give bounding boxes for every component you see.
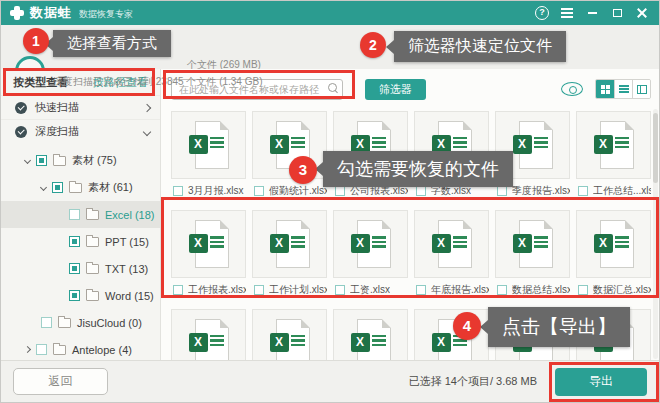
tree-checkbox[interactable]	[69, 290, 80, 301]
spreadsheet-lines-icon	[615, 137, 629, 149]
minimize-icon[interactable]	[583, 5, 601, 21]
file-checkbox[interactable]	[335, 285, 345, 295]
tree-checkbox[interactable]	[69, 209, 80, 220]
file-card[interactable]: X	[171, 210, 246, 278]
file-checkbox[interactable]	[416, 186, 426, 196]
file-name: 3月月报.xlsx	[188, 184, 244, 198]
tree-checkbox[interactable]	[69, 236, 80, 247]
file-checkbox[interactable]	[173, 285, 183, 295]
tree-item[interactable]: TXT (13)	[1, 255, 160, 282]
file-label-row: 数据汇总.xlsx	[576, 283, 651, 297]
tree-item[interactable]: Antelope (4)	[1, 336, 160, 360]
tree-checkbox[interactable]	[36, 155, 47, 166]
file-checkbox[interactable]	[497, 186, 507, 196]
tree-item-label: 素材 (61)	[88, 180, 133, 195]
tooltip-step-4: 点击【导出】	[488, 307, 630, 347]
file-card[interactable]: X	[252, 210, 327, 278]
export-button[interactable]: 导出	[555, 368, 647, 396]
tree-item[interactable]: Excel (18)	[1, 201, 160, 228]
excel-badge: X	[594, 135, 613, 154]
file-checkbox[interactable]	[254, 285, 264, 295]
file-checkbox[interactable]	[416, 285, 426, 295]
tree-item-label: Antelope (4)	[72, 344, 132, 356]
file-checkbox[interactable]	[173, 186, 183, 196]
quick-scan-section[interactable]: 快速扫描	[1, 95, 160, 119]
menu-icon[interactable]	[558, 5, 576, 21]
file-card[interactable]: X	[252, 309, 327, 360]
app-window: 数据蛙 数据恢复专家 ? 个文件 (269 MB) 深度扫描已完成已找到 238…	[0, 0, 660, 403]
file-checkbox[interactable]	[335, 186, 345, 196]
spreadsheet-lines-icon	[534, 236, 548, 248]
help-icon[interactable]: ?	[533, 5, 551, 21]
file-name: 数据汇总.xlsx	[593, 283, 651, 297]
list-view-button[interactable]	[614, 80, 632, 98]
file-cell: X	[171, 309, 246, 360]
tree-checkbox[interactable]	[52, 182, 63, 193]
file-card[interactable]: X	[171, 309, 246, 360]
tree-item[interactable]: 素材 (61)	[1, 174, 160, 201]
tree-item-label: Word (15)	[105, 290, 154, 302]
scrollbar[interactable]	[653, 109, 658, 359]
file-checkbox[interactable]	[497, 285, 507, 295]
maximize-icon[interactable]	[608, 5, 626, 21]
file-name: 年底报告.xlsx	[431, 283, 489, 297]
file-cell: X	[333, 309, 408, 360]
scan-done-icon	[15, 126, 27, 138]
excel-file-icon: X	[189, 319, 229, 360]
excel-file-icon: X	[351, 220, 391, 268]
list-icon	[619, 85, 629, 93]
spreadsheet-lines-icon	[210, 335, 224, 347]
file-card[interactable]: X	[333, 309, 408, 360]
excel-file-icon: X	[270, 319, 310, 360]
spreadsheet-lines-icon	[615, 236, 629, 248]
folder-icon	[53, 156, 66, 166]
preview-eye-icon[interactable]	[561, 82, 583, 96]
folder-icon	[86, 264, 99, 274]
file-label-row: 年底报告.xlsx	[414, 283, 489, 297]
excel-file-icon: X	[351, 319, 391, 360]
spreadsheet-lines-icon	[534, 137, 548, 149]
excel-file-icon: X	[513, 121, 553, 169]
back-button[interactable]: 返回	[13, 368, 108, 395]
spreadsheet-lines-icon	[291, 137, 305, 149]
tree-chevron-icon	[24, 346, 31, 353]
excel-badge: X	[594, 234, 613, 253]
file-label-row: 3月月报.xlsx	[171, 184, 246, 198]
step-2-badge: 2	[360, 32, 386, 58]
column-view-button[interactable]	[632, 80, 650, 98]
excel-badge: X	[189, 135, 208, 154]
tree-checkbox[interactable]	[69, 263, 80, 274]
excel-file-icon: X	[432, 220, 472, 268]
tree-item[interactable]: PPT (15)	[1, 228, 160, 255]
tree-item[interactable]: 素材 (75)	[1, 147, 160, 174]
file-card[interactable]: X	[414, 210, 489, 278]
file-card[interactable]: X	[171, 111, 246, 179]
file-checkbox[interactable]	[578, 186, 588, 196]
tree-checkbox[interactable]	[36, 344, 47, 355]
file-cell: X 3月月报.xlsx	[171, 111, 246, 198]
folder-icon	[86, 291, 99, 301]
file-name: 工作计划.xlsx	[269, 283, 327, 297]
chevron-down-icon	[143, 127, 151, 135]
file-card[interactable]: X	[495, 210, 570, 278]
file-label-row: 数据总结.xlsx	[495, 283, 570, 297]
filter-button[interactable]: 筛选器	[365, 79, 426, 100]
deep-scan-section[interactable]: 深度扫描	[1, 119, 160, 143]
folder-icon	[86, 210, 99, 220]
file-card[interactable]: X	[576, 111, 651, 179]
file-checkbox[interactable]	[254, 186, 264, 196]
grid-view-button[interactable]	[596, 80, 614, 98]
file-card[interactable]: X	[333, 210, 408, 278]
file-checkbox[interactable]	[578, 285, 588, 295]
file-card[interactable]: X	[576, 210, 651, 278]
tree-item[interactable]: Word (15)	[1, 282, 160, 309]
close-icon[interactable]	[633, 5, 651, 21]
file-name: 工资.xlsx	[350, 283, 390, 297]
spreadsheet-lines-icon	[291, 335, 305, 347]
excel-badge: X	[432, 333, 451, 352]
tree-item[interactable]: JisuCloud (0)	[1, 309, 160, 336]
tree-item-label: Excel (18)	[105, 209, 155, 221]
tree-checkbox[interactable]	[41, 317, 52, 328]
file-label-row: 假勤统计.xlsx	[252, 184, 327, 198]
file-grid-row: X 工作报表.xlsx X 工作计划.xlsx X	[171, 210, 649, 297]
